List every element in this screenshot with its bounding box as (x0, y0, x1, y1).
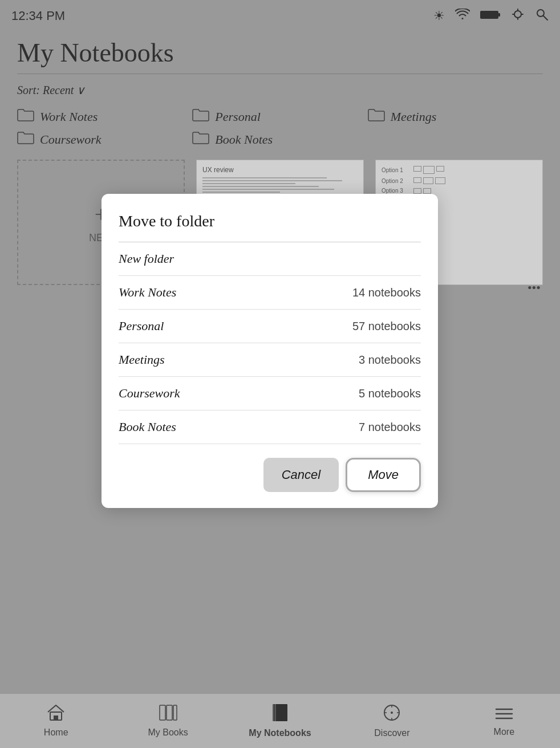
modal-folder-coursework[interactable]: Coursework 5 notebooks (119, 377, 421, 410)
modal-folder-name: Work Notes (119, 285, 176, 300)
new-folder-label: New folder (119, 251, 174, 266)
modal-folder-personal[interactable]: Personal 57 notebooks (119, 310, 421, 343)
modal-buttons: Cancel Move (119, 458, 421, 492)
modal-folder-count: 5 notebooks (359, 387, 421, 400)
modal-title: Move to folder (119, 212, 421, 230)
modal-folder-count: 3 notebooks (359, 353, 421, 367)
move-to-folder-modal: Move to folder New folder Work Notes 14 … (102, 194, 438, 508)
modal-folder-count: 14 notebooks (352, 286, 421, 299)
modal-folder-count: 7 notebooks (359, 421, 421, 434)
cancel-button[interactable]: Cancel (263, 458, 339, 492)
modal-folder-count: 57 notebooks (352, 320, 421, 333)
modal-folder-name: Meetings (119, 352, 165, 367)
modal-folder-book-notes[interactable]: Book Notes 7 notebooks (119, 410, 421, 444)
new-folder-option[interactable]: New folder (119, 242, 421, 276)
modal-folder-work-notes[interactable]: Work Notes 14 notebooks (119, 276, 421, 310)
move-button[interactable]: Move (346, 458, 421, 492)
modal-folder-name: Personal (119, 319, 164, 334)
modal-folder-name: Book Notes (119, 420, 176, 434)
modal-folder-name: Coursework (119, 386, 180, 401)
modal-folder-meetings[interactable]: Meetings 3 notebooks (119, 343, 421, 377)
